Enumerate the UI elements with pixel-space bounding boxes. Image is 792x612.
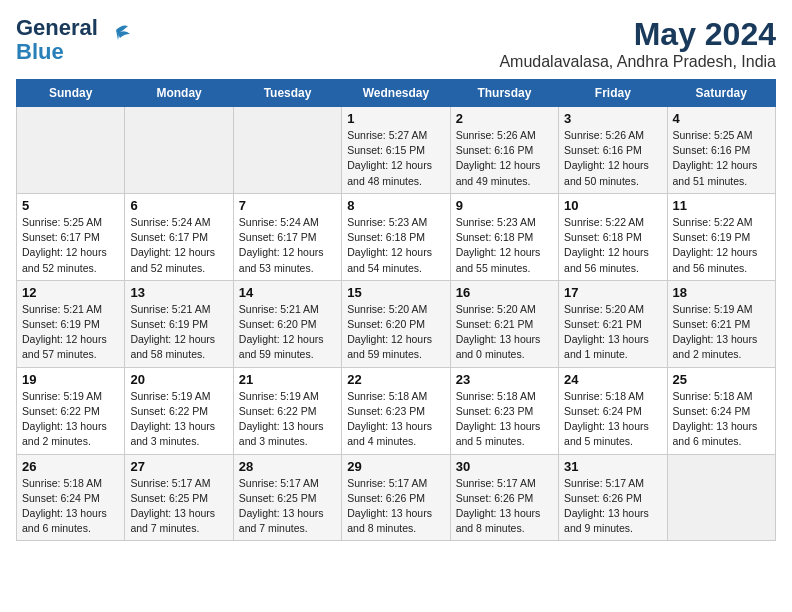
day-info: Sunrise: 5:21 AM Sunset: 6:19 PM Dayligh…	[22, 302, 119, 363]
day-info: Sunrise: 5:17 AM Sunset: 6:26 PM Dayligh…	[347, 476, 444, 537]
page-header: GeneralBlue May 2024 Amudalavalasa, Andh…	[16, 16, 776, 71]
day-number: 10	[564, 198, 661, 213]
day-number: 11	[673, 198, 770, 213]
calendar-table: SundayMondayTuesdayWednesdayThursdayFrid…	[16, 79, 776, 541]
day-number: 30	[456, 459, 553, 474]
day-number: 15	[347, 285, 444, 300]
title-block: May 2024 Amudalavalasa, Andhra Pradesh, …	[499, 16, 776, 71]
day-number: 18	[673, 285, 770, 300]
calendar-cell	[17, 107, 125, 194]
day-info: Sunrise: 5:19 AM Sunset: 6:22 PM Dayligh…	[130, 389, 227, 450]
week-row-4: 26Sunrise: 5:18 AM Sunset: 6:24 PM Dayli…	[17, 454, 776, 541]
calendar-cell: 13Sunrise: 5:21 AM Sunset: 6:19 PM Dayli…	[125, 280, 233, 367]
day-info: Sunrise: 5:18 AM Sunset: 6:24 PM Dayligh…	[564, 389, 661, 450]
week-row-3: 19Sunrise: 5:19 AM Sunset: 6:22 PM Dayli…	[17, 367, 776, 454]
logo-bird-icon	[102, 22, 130, 50]
day-number: 22	[347, 372, 444, 387]
calendar-cell: 28Sunrise: 5:17 AM Sunset: 6:25 PM Dayli…	[233, 454, 341, 541]
day-info: Sunrise: 5:18 AM Sunset: 6:24 PM Dayligh…	[22, 476, 119, 537]
calendar-cell: 21Sunrise: 5:19 AM Sunset: 6:22 PM Dayli…	[233, 367, 341, 454]
calendar-cell: 18Sunrise: 5:19 AM Sunset: 6:21 PM Dayli…	[667, 280, 775, 367]
day-info: Sunrise: 5:17 AM Sunset: 6:26 PM Dayligh…	[564, 476, 661, 537]
day-info: Sunrise: 5:17 AM Sunset: 6:26 PM Dayligh…	[456, 476, 553, 537]
calendar-cell: 25Sunrise: 5:18 AM Sunset: 6:24 PM Dayli…	[667, 367, 775, 454]
calendar-cell: 16Sunrise: 5:20 AM Sunset: 6:21 PM Dayli…	[450, 280, 558, 367]
header-friday: Friday	[559, 80, 667, 107]
day-info: Sunrise: 5:18 AM Sunset: 6:23 PM Dayligh…	[347, 389, 444, 450]
day-number: 16	[456, 285, 553, 300]
day-number: 9	[456, 198, 553, 213]
calendar-cell: 24Sunrise: 5:18 AM Sunset: 6:24 PM Dayli…	[559, 367, 667, 454]
day-number: 17	[564, 285, 661, 300]
week-row-1: 5Sunrise: 5:25 AM Sunset: 6:17 PM Daylig…	[17, 193, 776, 280]
day-number: 21	[239, 372, 336, 387]
header-thursday: Thursday	[450, 80, 558, 107]
day-info: Sunrise: 5:20 AM Sunset: 6:21 PM Dayligh…	[564, 302, 661, 363]
day-number: 5	[22, 198, 119, 213]
logo-text: GeneralBlue	[16, 16, 98, 64]
day-number: 3	[564, 111, 661, 126]
header-sunday: Sunday	[17, 80, 125, 107]
week-row-0: 1Sunrise: 5:27 AM Sunset: 6:15 PM Daylig…	[17, 107, 776, 194]
calendar-cell: 14Sunrise: 5:21 AM Sunset: 6:20 PM Dayli…	[233, 280, 341, 367]
page-subtitle: Amudalavalasa, Andhra Pradesh, India	[499, 53, 776, 71]
calendar-cell: 31Sunrise: 5:17 AM Sunset: 6:26 PM Dayli…	[559, 454, 667, 541]
day-number: 12	[22, 285, 119, 300]
calendar-cell: 4Sunrise: 5:25 AM Sunset: 6:16 PM Daylig…	[667, 107, 775, 194]
day-number: 24	[564, 372, 661, 387]
week-row-2: 12Sunrise: 5:21 AM Sunset: 6:19 PM Dayli…	[17, 280, 776, 367]
day-info: Sunrise: 5:21 AM Sunset: 6:20 PM Dayligh…	[239, 302, 336, 363]
calendar-cell	[125, 107, 233, 194]
day-info: Sunrise: 5:26 AM Sunset: 6:16 PM Dayligh…	[564, 128, 661, 189]
header-saturday: Saturday	[667, 80, 775, 107]
calendar-cell: 2Sunrise: 5:26 AM Sunset: 6:16 PM Daylig…	[450, 107, 558, 194]
calendar-body: 1Sunrise: 5:27 AM Sunset: 6:15 PM Daylig…	[17, 107, 776, 541]
calendar-cell: 3Sunrise: 5:26 AM Sunset: 6:16 PM Daylig…	[559, 107, 667, 194]
calendar-cell: 20Sunrise: 5:19 AM Sunset: 6:22 PM Dayli…	[125, 367, 233, 454]
day-info: Sunrise: 5:22 AM Sunset: 6:19 PM Dayligh…	[673, 215, 770, 276]
day-info: Sunrise: 5:17 AM Sunset: 6:25 PM Dayligh…	[239, 476, 336, 537]
day-info: Sunrise: 5:17 AM Sunset: 6:25 PM Dayligh…	[130, 476, 227, 537]
calendar-cell	[233, 107, 341, 194]
header-wednesday: Wednesday	[342, 80, 450, 107]
day-info: Sunrise: 5:20 AM Sunset: 6:20 PM Dayligh…	[347, 302, 444, 363]
day-number: 13	[130, 285, 227, 300]
calendar-cell: 26Sunrise: 5:18 AM Sunset: 6:24 PM Dayli…	[17, 454, 125, 541]
calendar-cell: 30Sunrise: 5:17 AM Sunset: 6:26 PM Dayli…	[450, 454, 558, 541]
day-number: 28	[239, 459, 336, 474]
calendar-header-row: SundayMondayTuesdayWednesdayThursdayFrid…	[17, 80, 776, 107]
day-number: 14	[239, 285, 336, 300]
day-number: 20	[130, 372, 227, 387]
calendar-cell: 7Sunrise: 5:24 AM Sunset: 6:17 PM Daylig…	[233, 193, 341, 280]
day-number: 26	[22, 459, 119, 474]
calendar-cell: 5Sunrise: 5:25 AM Sunset: 6:17 PM Daylig…	[17, 193, 125, 280]
calendar-cell: 1Sunrise: 5:27 AM Sunset: 6:15 PM Daylig…	[342, 107, 450, 194]
day-info: Sunrise: 5:19 AM Sunset: 6:22 PM Dayligh…	[22, 389, 119, 450]
calendar-cell: 17Sunrise: 5:20 AM Sunset: 6:21 PM Dayli…	[559, 280, 667, 367]
day-number: 23	[456, 372, 553, 387]
day-info: Sunrise: 5:22 AM Sunset: 6:18 PM Dayligh…	[564, 215, 661, 276]
calendar-cell	[667, 454, 775, 541]
day-info: Sunrise: 5:26 AM Sunset: 6:16 PM Dayligh…	[456, 128, 553, 189]
day-number: 27	[130, 459, 227, 474]
day-info: Sunrise: 5:20 AM Sunset: 6:21 PM Dayligh…	[456, 302, 553, 363]
day-number: 2	[456, 111, 553, 126]
day-info: Sunrise: 5:25 AM Sunset: 6:17 PM Dayligh…	[22, 215, 119, 276]
header-monday: Monday	[125, 80, 233, 107]
calendar-cell: 19Sunrise: 5:19 AM Sunset: 6:22 PM Dayli…	[17, 367, 125, 454]
day-number: 8	[347, 198, 444, 213]
calendar-cell: 10Sunrise: 5:22 AM Sunset: 6:18 PM Dayli…	[559, 193, 667, 280]
calendar-cell: 11Sunrise: 5:22 AM Sunset: 6:19 PM Dayli…	[667, 193, 775, 280]
day-info: Sunrise: 5:18 AM Sunset: 6:23 PM Dayligh…	[456, 389, 553, 450]
calendar-cell: 6Sunrise: 5:24 AM Sunset: 6:17 PM Daylig…	[125, 193, 233, 280]
day-number: 29	[347, 459, 444, 474]
calendar-cell: 12Sunrise: 5:21 AM Sunset: 6:19 PM Dayli…	[17, 280, 125, 367]
day-number: 19	[22, 372, 119, 387]
day-info: Sunrise: 5:24 AM Sunset: 6:17 PM Dayligh…	[130, 215, 227, 276]
day-info: Sunrise: 5:23 AM Sunset: 6:18 PM Dayligh…	[456, 215, 553, 276]
header-tuesday: Tuesday	[233, 80, 341, 107]
day-number: 6	[130, 198, 227, 213]
day-info: Sunrise: 5:19 AM Sunset: 6:21 PM Dayligh…	[673, 302, 770, 363]
page-title: May 2024	[499, 16, 776, 53]
calendar-cell: 15Sunrise: 5:20 AM Sunset: 6:20 PM Dayli…	[342, 280, 450, 367]
